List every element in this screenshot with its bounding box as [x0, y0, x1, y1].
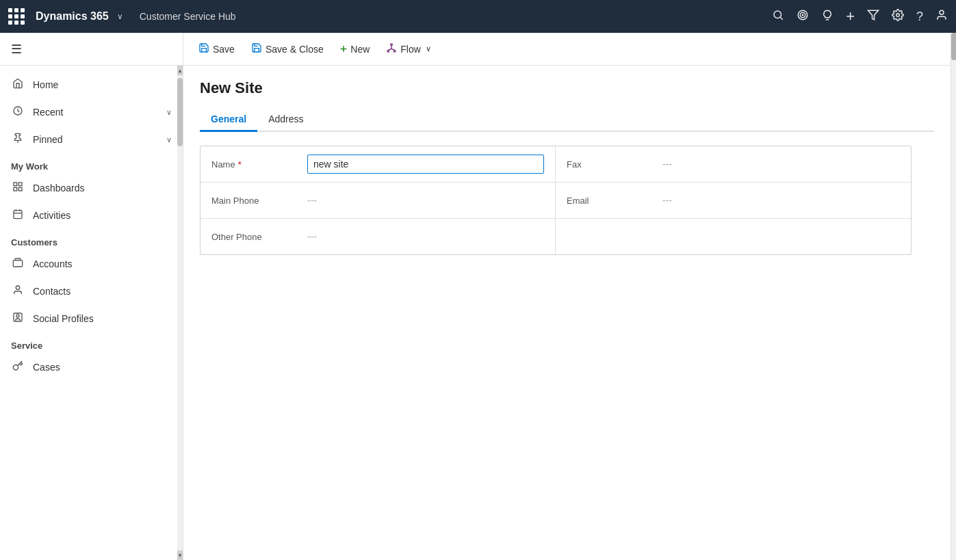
sidebar-item-recent[interactable]: Recent ∨: [0, 98, 183, 126]
tab-general[interactable]: General: [200, 108, 257, 132]
recent-icon: [11, 105, 25, 119]
sidebar-item-contacts-label: Contacts: [33, 286, 172, 297]
settings-icon[interactable]: [892, 9, 904, 25]
save-button[interactable]: Save: [192, 38, 242, 60]
tabs: General Address: [200, 108, 934, 132]
svg-rect-13: [14, 187, 17, 191]
other-phone-value: ---: [307, 231, 544, 242]
email-label: Email: [567, 196, 662, 206]
save-close-button[interactable]: Save & Close: [244, 38, 331, 60]
save-label: Save: [213, 44, 235, 55]
right-scrollbar-thumb[interactable]: [951, 33, 956, 60]
flow-icon: [386, 42, 397, 56]
flow-button[interactable]: Flow ∨: [379, 38, 438, 60]
sidebar-scrollbar-thumb[interactable]: [177, 78, 183, 146]
help-icon[interactable]: ?: [916, 10, 923, 24]
brand-name[interactable]: Dynamics 365: [36, 10, 109, 23]
pinned-icon: [11, 133, 25, 146]
sidebar-item-social-profiles-label: Social Profiles: [33, 313, 172, 324]
fax-value: ---: [662, 159, 900, 170]
form-row-1: Name* Fax ---: [201, 146, 911, 183]
toolbar: Save Save & Close + New Flow ∨: [183, 33, 951, 66]
other-phone-label: Other Phone: [211, 232, 307, 242]
svg-point-19: [16, 286, 19, 289]
form-section: Name* Fax --- Main Phone --- Email: [200, 146, 912, 255]
sidebar-item-social-profiles[interactable]: Social Profiles: [0, 305, 183, 332]
new-plus-icon: +: [340, 43, 348, 55]
svg-point-4: [802, 14, 803, 16]
svg-point-22: [391, 44, 393, 46]
svg-point-6: [896, 13, 900, 16]
form-row-2: Main Phone --- Email ---: [201, 183, 911, 219]
svg-marker-5: [868, 10, 878, 20]
brand-chevron-icon[interactable]: ∨: [117, 12, 123, 21]
app-title: Customer Service Hub: [140, 11, 236, 22]
svg-line-26: [389, 49, 392, 50]
new-button[interactable]: + New: [333, 39, 377, 59]
cases-icon: [11, 360, 25, 374]
form-cell-fax: Fax ---: [556, 146, 911, 182]
search-icon[interactable]: [772, 9, 784, 25]
form-cell-name: Name*: [201, 146, 556, 182]
top-nav: Dynamics 365 ∨ Customer Service Hub + ?: [0, 0, 956, 33]
svg-point-24: [394, 50, 396, 52]
hamburger-icon[interactable]: ☰: [11, 42, 22, 57]
sidebar-scroll-up[interactable]: ▲: [177, 66, 183, 75]
pinned-chevron-icon: ∨: [166, 135, 172, 144]
content-area: Save Save & Close + New Flow ∨: [183, 33, 951, 560]
tab-address[interactable]: Address: [257, 108, 314, 132]
goal-icon[interactable]: [797, 9, 809, 25]
svg-point-0: [774, 11, 781, 18]
form-cell-main-phone: Main Phone ---: [201, 183, 556, 218]
sidebar-item-accounts[interactable]: Accounts: [0, 250, 183, 278]
svg-rect-14: [14, 211, 22, 219]
waffle-icon[interactable]: [8, 8, 25, 25]
form-cell-email: Email ---: [556, 183, 911, 218]
sidebar: ☰ Home Recent ∨ Pinned: [0, 33, 183, 560]
section-my-work-header: My Work: [0, 153, 183, 174]
filter-icon[interactable]: [867, 9, 879, 25]
fax-label: Fax: [567, 159, 662, 170]
section-customers-header: Customers: [0, 229, 183, 250]
home-icon: [11, 78, 25, 92]
accounts-icon: [11, 257, 25, 271]
lightbulb-icon[interactable]: [821, 9, 834, 25]
svg-rect-12: [18, 187, 22, 191]
recent-chevron-icon: ∨: [166, 108, 172, 117]
save-icon: [198, 42, 209, 56]
sidebar-header: ☰: [0, 33, 183, 66]
sidebar-item-recent-label: Recent: [33, 107, 158, 118]
sidebar-item-contacts[interactable]: Contacts: [0, 278, 183, 305]
save-close-icon: [251, 42, 262, 56]
section-service-header: Service: [0, 332, 183, 354]
name-required: *: [238, 159, 242, 170]
sidebar-item-cases-label: Cases: [33, 362, 172, 373]
sidebar-item-cases[interactable]: Cases: [0, 354, 183, 381]
sidebar-scroll-down[interactable]: ▼: [177, 550, 183, 560]
top-nav-icons: + ?: [772, 8, 948, 25]
form-cell-empty: [556, 219, 911, 254]
add-icon[interactable]: +: [846, 8, 855, 25]
svg-rect-11: [18, 183, 22, 186]
flow-chevron-icon: ∨: [426, 44, 431, 53]
svg-line-27: [391, 49, 395, 50]
main-phone-value: ---: [307, 195, 544, 206]
flow-label: Flow: [400, 44, 421, 55]
sidebar-item-activities[interactable]: Activities: [0, 202, 183, 229]
name-input[interactable]: [307, 155, 544, 174]
sidebar-scrollbar-track: ▲ ▼: [177, 66, 183, 560]
user-icon[interactable]: [935, 9, 948, 25]
right-scrollbar: [951, 33, 956, 560]
page-title: New Site: [200, 79, 934, 97]
activities-icon: [11, 209, 25, 222]
sidebar-item-pinned[interactable]: Pinned ∨: [0, 126, 183, 153]
dashboards-icon: [11, 181, 25, 195]
sidebar-item-home[interactable]: Home: [0, 71, 183, 98]
social-profiles-icon: [11, 312, 25, 325]
sidebar-item-dashboards[interactable]: Dashboards: [0, 174, 183, 202]
svg-rect-18: [13, 261, 22, 267]
sidebar-item-home-label: Home: [33, 79, 172, 90]
sidebar-item-activities-label: Activities: [33, 210, 172, 221]
form-cell-other-phone: Other Phone ---: [201, 219, 556, 254]
sidebar-content: Home Recent ∨ Pinned ∨ My Work: [0, 66, 183, 560]
